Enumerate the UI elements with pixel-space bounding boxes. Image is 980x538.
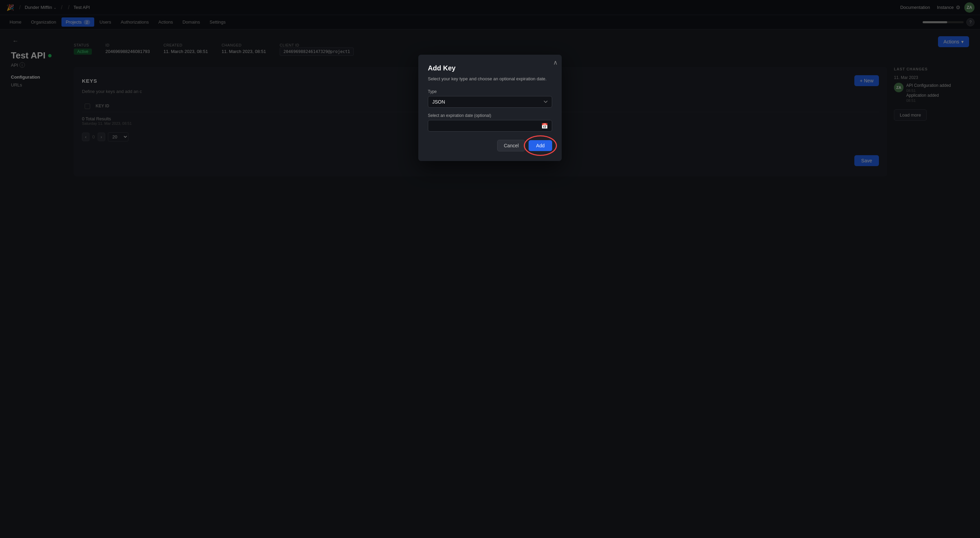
expiry-label: Select an expiration date (optional): [428, 113, 552, 118]
expiry-date-input[interactable]: [428, 120, 552, 132]
modal-collapse-button[interactable]: ∧: [553, 59, 558, 66]
modal-title: Add Key: [428, 64, 552, 72]
expiry-date-wrap: 📅: [428, 120, 552, 132]
add-key-modal: ∧ Add Key Select your key type and choos…: [418, 55, 562, 161]
modal-actions: Cancel Add: [428, 140, 552, 152]
add-button-wrapper: Add: [528, 140, 552, 151]
modal-description: Select your key type and choose an optio…: [428, 75, 552, 82]
modal-overlay: ∧ Add Key Select your key type and choos…: [0, 0, 980, 538]
cancel-button[interactable]: Cancel: [497, 140, 525, 152]
type-select[interactable]: JSON PEM PKCS8: [428, 96, 552, 108]
type-label: Type: [428, 89, 552, 94]
add-button[interactable]: Add: [528, 140, 552, 151]
